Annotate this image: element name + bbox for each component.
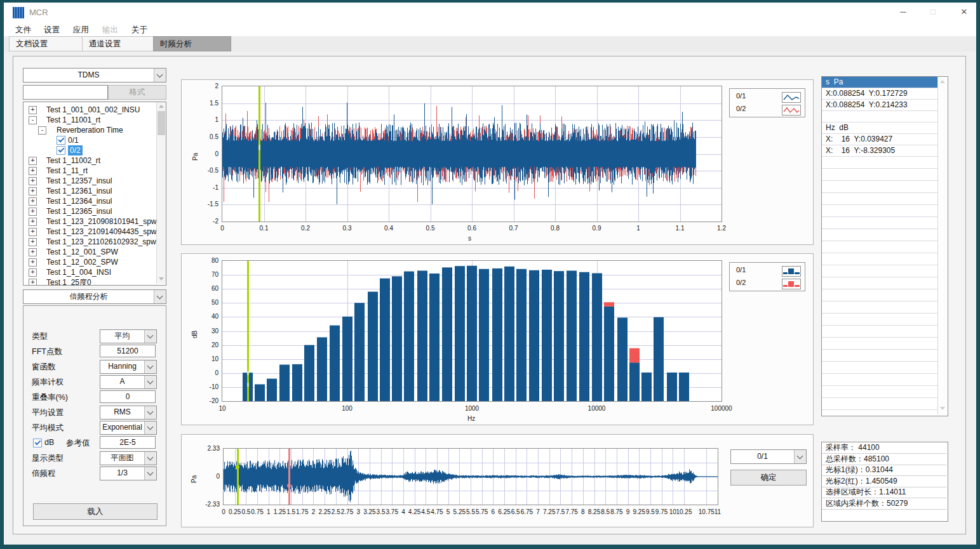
tree-item[interactable]: 0/1 [23,135,156,145]
tree-item[interactable]: +Test 1_001_001_002_INSU [23,105,156,115]
filter-input[interactable] [23,85,108,100]
load-button[interactable]: 载入 [33,503,158,520]
legend-row[interactable]: 0/1 [730,90,805,103]
tree-item[interactable]: -Reverberation Time [23,125,156,135]
expand-icon[interactable]: + [29,279,37,286]
overview-waveform-plot[interactable] [223,448,718,505]
field-select[interactable]: Exponential [100,421,157,435]
maximize-button[interactable]: □ [918,3,948,23]
legend-row[interactable]: 0/2 [730,103,805,116]
tree-item[interactable]: +Test 1_123_210908101941_spw [23,216,156,227]
format-button[interactable]: 格式 [108,85,166,100]
field-input[interactable] [100,390,156,403]
tree-item[interactable]: +Test 1_12364_insul [23,196,156,206]
expand-icon[interactable]: + [29,157,37,165]
menu-item-2[interactable]: 设置 [41,23,62,37]
readout-empty-row[interactable] [822,301,937,314]
tab-1[interactable]: 文档设置 [9,36,88,51]
readout-row[interactable]: X:0.088254 Y:0.172729 [822,88,937,100]
tree-item[interactable]: +Test 1_1_004_INSI [23,267,156,277]
menu-item-4[interactable]: 输出 [100,23,121,37]
expand-icon[interactable]: + [29,248,37,256]
tree-item[interactable]: +Test 1_12361_insul [23,186,156,196]
expand-icon[interactable]: + [29,238,37,246]
tree-item[interactable]: +Test 1_123_210914094435_spw [23,227,156,237]
field-select[interactable]: 平均 [100,329,157,343]
readout-empty-row[interactable] [822,289,937,301]
tree-item[interactable]: +Test 1_12_001_SPW [23,247,156,257]
confirm-button[interactable]: 确定 [730,470,807,486]
field-input[interactable] [100,345,156,357]
minimize-button[interactable]: ─ [889,3,918,23]
readout-row[interactable]: X: 16 Y:0.039427 [822,134,937,145]
readout-empty-row[interactable] [822,205,937,217]
expand-icon[interactable]: + [29,187,37,195]
readout-empty-row[interactable] [822,229,937,241]
checkbox[interactable] [57,136,65,145]
tree-item[interactable]: +Test 1_12357_insul [23,176,156,186]
readout-empty-row[interactable] [822,241,937,253]
expand-icon[interactable]: + [29,167,37,175]
tree-item[interactable]: +Test 1_12365_insul [23,206,156,216]
readout-empty-row[interactable] [822,338,937,350]
tree-item[interactable]: +Test 1_25度0 [23,277,156,286]
scroll-down-icon[interactable] [159,277,164,281]
readout-empty-row[interactable] [822,265,937,277]
legend-row[interactable]: 0/2 [730,277,805,289]
expand-icon[interactable]: + [29,228,37,236]
readout-empty-row[interactable] [822,350,937,362]
tab-2[interactable]: 通道设置 [82,36,157,51]
checkbox[interactable] [57,146,65,155]
db-checkbox[interactable] [33,439,42,447]
chevron-down-icon[interactable] [144,330,156,343]
field-input[interactable] [100,436,156,449]
tree-item[interactable]: -Test 1_11001_rt [23,115,156,125]
collapse-icon[interactable]: - [38,126,46,135]
readout-row[interactable] [822,111,937,122]
tree-item[interactable]: +Test 1_11_rt [23,166,156,176]
menu-item-5[interactable]: 关于 [129,23,150,37]
tree-item[interactable]: +Test 1_123_211026102932_spw [23,237,156,247]
readout-row[interactable]: Hz dB [822,122,937,134]
readout-header-row[interactable]: s Pa [822,77,937,88]
chevron-down-icon[interactable] [144,360,156,373]
readout-empty-row[interactable] [822,398,937,410]
field-select[interactable]: RMS [100,406,157,420]
readout-empty-row[interactable] [822,217,937,229]
readout-empty-row[interactable] [822,374,937,386]
chevron-down-icon[interactable] [154,69,166,82]
expand-icon[interactable]: + [29,208,37,216]
readout-empty-row[interactable] [822,253,937,265]
menu-item-3[interactable]: 应用 [70,23,91,37]
expand-icon[interactable]: + [29,197,37,206]
readout-scrollbar[interactable] [937,77,947,414]
field-select[interactable]: 1/3 [100,466,157,480]
channel-select[interactable]: 0/1 [730,449,807,464]
chevron-down-icon[interactable] [144,406,156,419]
readout-row[interactable]: X: 16 Y:-8.329305 [822,145,937,157]
expand-icon[interactable]: + [29,268,37,277]
readout-empty-row[interactable] [822,277,937,289]
format-select[interactable]: TDMS [23,68,166,83]
chevron-down-icon[interactable] [154,290,166,303]
tree-scrollbar[interactable] [156,102,166,284]
chevron-down-icon[interactable] [144,452,156,465]
readout-empty-row[interactable] [822,193,937,205]
octave-spectrum-plot[interactable] [222,260,722,402]
field-select[interactable]: Hanning [100,360,157,374]
scroll-down-icon[interactable] [940,407,945,410]
field-select[interactable]: 平面图 [100,451,157,465]
legend-row[interactable]: 0/1 [730,264,805,277]
field-select[interactable]: A [100,375,157,389]
readout-empty-row[interactable] [822,169,937,181]
expand-icon[interactable]: + [29,177,37,185]
tree-item[interactable]: 0/2 [23,145,156,155]
scrollbar-thumb[interactable] [158,111,165,135]
scroll-up-icon[interactable] [159,105,164,108]
readout-empty-row[interactable] [822,157,937,169]
readout-row[interactable]: X:0.088254 Y:0.214233 [822,100,937,111]
readout-empty-row[interactable] [822,326,937,338]
chevron-down-icon[interactable] [144,467,156,480]
expand-icon[interactable]: + [29,106,37,114]
tab-3[interactable]: 时频分析 [153,36,231,51]
